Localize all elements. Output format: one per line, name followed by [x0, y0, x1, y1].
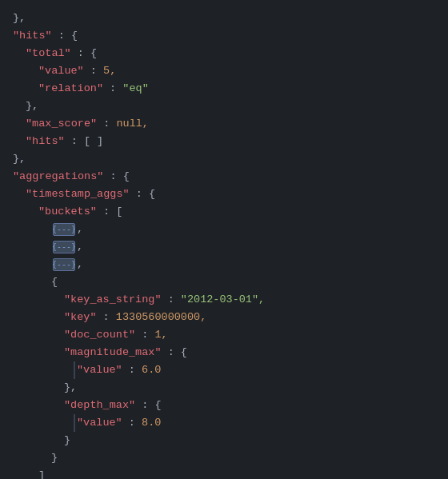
- code-line: },: [13, 10, 435, 27]
- code-line: "value" : 6.0: [13, 361, 435, 379]
- token-key: "timestamp_aggs": [26, 186, 130, 203]
- token-punctuation: : {: [162, 344, 187, 361]
- collapse-button[interactable]: {---}: [53, 258, 75, 271]
- code-line: "hits" : {: [13, 27, 435, 45]
- token-number-val: 8.0: [142, 414, 161, 432]
- token-bracket: },: [13, 10, 26, 27]
- code-line: {---},: [13, 238, 435, 256]
- token-punctuation: :: [122, 414, 142, 432]
- code-line: "depth_max" : {: [13, 397, 435, 414]
- indent-bar: [74, 361, 75, 379]
- token-punctuation: ,: [77, 221, 83, 238]
- code-line: "relation" : "eq": [13, 80, 435, 98]
- code-line: }: [13, 449, 435, 467]
- code-line: "value" : 5,: [13, 62, 435, 80]
- code-line: "aggregations" : {: [13, 168, 435, 186]
- token-string-val: "eq": [122, 80, 148, 98]
- token-key: "buckets": [38, 203, 97, 221]
- token-key: "magnitude_max": [64, 344, 162, 361]
- token-punctuation: : [ ]: [65, 133, 104, 150]
- code-line: {---},: [13, 256, 435, 273]
- token-punctuation: ,: [77, 256, 83, 273]
- code-line: "max_score" : null,: [13, 115, 435, 133]
- token-punctuation: :: [122, 361, 142, 379]
- token-key: "value": [38, 62, 84, 80]
- token-number-val: 1330560000000,: [116, 309, 206, 326]
- token-punctuation: :: [135, 326, 154, 344]
- token-key: "doc_count": [64, 326, 135, 344]
- collapse-button[interactable]: {---}: [53, 223, 75, 236]
- json-viewer: },"hits" : {"total" : {"value" : 5,"rela…: [0, 6, 448, 479]
- indent-bar: [74, 414, 75, 432]
- token-bracket: }: [64, 432, 70, 449]
- code-line: "timestamp_aggs" : {: [13, 186, 435, 203]
- token-number-val: 1,: [154, 326, 167, 344]
- token-bracket: },: [26, 98, 38, 115]
- token-bracket: },: [13, 150, 26, 168]
- code-line: "hits" : [ ]: [13, 133, 435, 150]
- token-key: "max_score": [26, 115, 97, 133]
- code-line: "magnitude_max" : {: [13, 344, 435, 361]
- token-punctuation: : {: [71, 45, 97, 62]
- token-number-val: 5,: [103, 62, 116, 80]
- token-bracket: },: [64, 379, 77, 397]
- token-punctuation: :: [162, 291, 181, 309]
- token-key: "depth_max": [64, 397, 135, 414]
- token-key: "relation": [38, 80, 103, 98]
- token-punctuation: : [: [97, 203, 122, 221]
- token-bracket: ]: [38, 467, 45, 479]
- token-punctuation: :: [84, 62, 103, 80]
- token-key: "total": [26, 45, 71, 62]
- code-line: {: [13, 273, 435, 291]
- code-line: "total" : {: [13, 45, 435, 62]
- code-line: "buckets" : [: [13, 203, 435, 221]
- token-key: "value": [77, 414, 122, 432]
- code-line: ]: [13, 467, 435, 479]
- code-line: },: [13, 98, 435, 115]
- code-line: "key" : 1330560000000,: [13, 309, 435, 326]
- token-bracket: }: [51, 449, 58, 467]
- token-null-val: null,: [116, 115, 149, 133]
- code-line: },: [13, 379, 435, 397]
- token-string-val: "2012-03-01",: [181, 291, 265, 309]
- token-key: "aggregations": [13, 168, 103, 186]
- collapse-button[interactable]: {---}: [53, 241, 75, 253]
- token-number-val: 6.0: [142, 361, 161, 379]
- token-punctuation: : {: [130, 186, 155, 203]
- token-punctuation: :: [103, 80, 122, 98]
- token-punctuation: :: [97, 115, 116, 133]
- token-key: "key": [64, 309, 97, 326]
- code-line: }: [13, 432, 435, 449]
- token-punctuation: ,: [77, 238, 83, 256]
- token-bracket: {: [51, 273, 58, 291]
- token-punctuation: :: [97, 309, 116, 326]
- code-line: "key_as_string" : "2012-03-01",: [13, 291, 435, 309]
- code-line: },: [13, 150, 435, 168]
- token-key: "hits": [26, 133, 65, 150]
- code-line: "doc_count" : 1,: [13, 326, 435, 344]
- token-key: "key_as_string": [64, 291, 162, 309]
- token-key: "hits": [13, 27, 52, 45]
- token-punctuation: : {: [52, 27, 78, 45]
- code-line: {---},: [13, 221, 435, 238]
- code-line: "value" : 8.0: [13, 414, 435, 432]
- token-punctuation: : {: [135, 397, 161, 414]
- code-container: },"hits" : {"total" : {"value" : 5,"rela…: [0, 6, 448, 479]
- token-key: "value": [77, 361, 122, 379]
- token-punctuation: : {: [103, 168, 129, 186]
